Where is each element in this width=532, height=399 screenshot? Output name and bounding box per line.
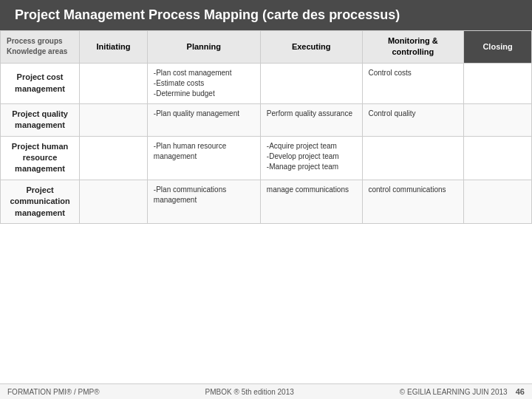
- page-title: Project Management Process Mapping (cart…: [15, 7, 400, 23]
- header-process-groups: Process groups Knowledge areas: [1, 31, 80, 64]
- cell-executing-1: Perform quality assurance: [260, 103, 362, 136]
- cell-initiating-0: [80, 63, 148, 103]
- cell-initiating-3: [80, 180, 148, 223]
- cell-planning-3: -Plan communications management: [147, 180, 260, 223]
- cell-monitoring-0: Control costs: [362, 63, 464, 103]
- page-number: 46: [516, 387, 525, 396]
- header-planning: Planning: [147, 31, 260, 64]
- cell-closing-1: [464, 103, 532, 136]
- table-row: Project quality management-Plan quality …: [1, 103, 532, 136]
- row-header-3: Project communication management: [1, 180, 80, 223]
- header-monitoring: Monitoring & controlling: [362, 31, 464, 64]
- cell-executing-2: -Acquire project team -Develop project t…: [260, 136, 362, 180]
- footer-center: PMBOK ® 5th edition 2013: [205, 388, 294, 396]
- cell-monitoring-2: [362, 136, 464, 180]
- cell-initiating-1: [80, 103, 148, 136]
- footer: FORMATION PMI® / PMP® PMBOK ® 5th editio…: [0, 383, 532, 399]
- cell-monitoring-3: control communications: [362, 180, 464, 223]
- header-executing: Executing: [260, 31, 362, 64]
- title-bar: Project Management Process Mapping (cart…: [0, 0, 532, 30]
- cell-executing-3: manage communications: [260, 180, 362, 223]
- cell-closing-0: [464, 63, 532, 103]
- header-initiating: Initiating: [80, 31, 148, 64]
- cell-closing-2: [464, 136, 532, 180]
- cell-closing-3: [464, 180, 532, 223]
- cell-initiating-2: [80, 136, 148, 180]
- table-header-row: Process groups Knowledge areas Initiatin…: [1, 31, 532, 64]
- row-header-2: Project human resource management: [1, 136, 80, 180]
- row-header-0: Project cost management: [1, 63, 80, 103]
- table-row: Project human resource management-Plan h…: [1, 136, 532, 180]
- process-table: Process groups Knowledge areas Initiatin…: [0, 30, 532, 224]
- cell-executing-0: [260, 63, 362, 103]
- table-row: Project communication management-Plan co…: [1, 180, 532, 223]
- page: Project Management Process Mapping (cart…: [0, 0, 532, 399]
- row-header-1: Project quality management: [1, 103, 80, 136]
- table-container: Process groups Knowledge areas Initiatin…: [0, 30, 532, 383]
- footer-right: © EGILIA LEARNING JUIN 2013 46: [400, 387, 525, 396]
- cell-planning-1: -Plan quality management: [147, 103, 260, 136]
- cell-planning-0: -Plan cost management -Estimate costs -D…: [147, 63, 260, 103]
- table-row: Project cost management-Plan cost manage…: [1, 63, 532, 103]
- footer-left: FORMATION PMI® / PMP®: [7, 388, 100, 396]
- cell-monitoring-1: Control quality: [362, 103, 464, 136]
- cell-planning-2: -Plan human resource management: [147, 136, 260, 180]
- header-closing: Closing: [464, 31, 532, 64]
